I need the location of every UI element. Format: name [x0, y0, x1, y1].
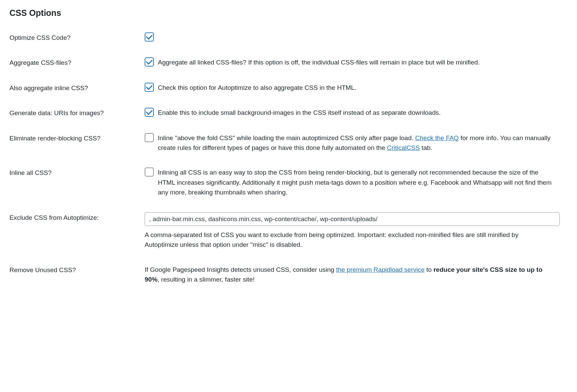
row-aggregate-inline-css: Also aggregate inline CSS? Check this op…	[9, 83, 568, 93]
checkbox-aggregate-css[interactable]	[145, 57, 154, 67]
checkbox-aggregate-inline-css[interactable]	[145, 83, 154, 92]
label-aggregate-inline-css: Also aggregate inline CSS?	[9, 83, 145, 93]
checkbox-inline-all[interactable]	[145, 167, 154, 177]
link-check-faq[interactable]: Check the FAQ	[415, 134, 459, 141]
row-optimize-css: Optimize CSS Code?	[9, 32, 568, 43]
desc-exclude-css: A comma-separated list of CSS you want t…	[145, 230, 544, 250]
desc-aggregate-inline-css: Check this option for Autoptimize to als…	[158, 83, 356, 93]
input-exclude-css[interactable]	[145, 212, 560, 226]
desc-text: to	[425, 266, 433, 273]
link-criticalcss[interactable]: CriticalCSS	[387, 144, 420, 151]
row-render-blocking: Eliminate render-blocking CSS? Inline "a…	[9, 133, 568, 153]
desc-text: Inline "above the fold CSS" while loadin…	[158, 134, 415, 141]
desc-remove-unused: If Google Pagespeed Insights detects unu…	[145, 265, 544, 285]
label-data-uris: Generate data: URIs for images?	[9, 108, 145, 118]
desc-inline-all: Inlining all CSS is an easy way to stop …	[158, 167, 557, 197]
checkbox-render-blocking[interactable]	[145, 133, 154, 142]
section-title: CSS Options	[9, 7, 568, 20]
desc-text: tab.	[420, 144, 432, 151]
checkbox-optimize-css[interactable]	[145, 32, 154, 42]
row-remove-unused: Remove Unused CSS? If Google Pagespeed I…	[9, 265, 568, 285]
row-aggregate-css: Aggregate CSS-files? Aggregate all linke…	[9, 57, 568, 68]
desc-text: If Google Pagespeed Insights detects unu…	[145, 266, 336, 273]
label-inline-all: Inline all CSS?	[9, 167, 145, 178]
label-exclude-css: Exclude CSS from Autoptimize:	[9, 212, 145, 223]
link-rapidload[interactable]: the premium Rapidload service	[336, 266, 425, 273]
row-exclude-css: Exclude CSS from Autoptimize: A comma-se…	[9, 212, 568, 250]
row-data-uris: Generate data: URIs for images? Enable t…	[9, 108, 568, 118]
desc-aggregate-css: Aggregate all linked CSS-files? If this …	[158, 57, 480, 67]
desc-text: , resulting in a slimmer, faster site!	[158, 276, 255, 283]
row-inline-all: Inline all CSS? Inlining all CSS is an e…	[9, 167, 568, 197]
desc-render-blocking: Inline "above the fold CSS" while loadin…	[158, 133, 557, 153]
label-render-blocking: Eliminate render-blocking CSS?	[9, 133, 145, 143]
desc-data-uris: Enable this to include small background-…	[158, 108, 440, 117]
label-aggregate-css: Aggregate CSS-files?	[9, 57, 145, 68]
label-remove-unused: Remove Unused CSS?	[9, 265, 145, 275]
label-optimize-css: Optimize CSS Code?	[9, 32, 145, 43]
checkbox-data-uris[interactable]	[145, 108, 154, 117]
